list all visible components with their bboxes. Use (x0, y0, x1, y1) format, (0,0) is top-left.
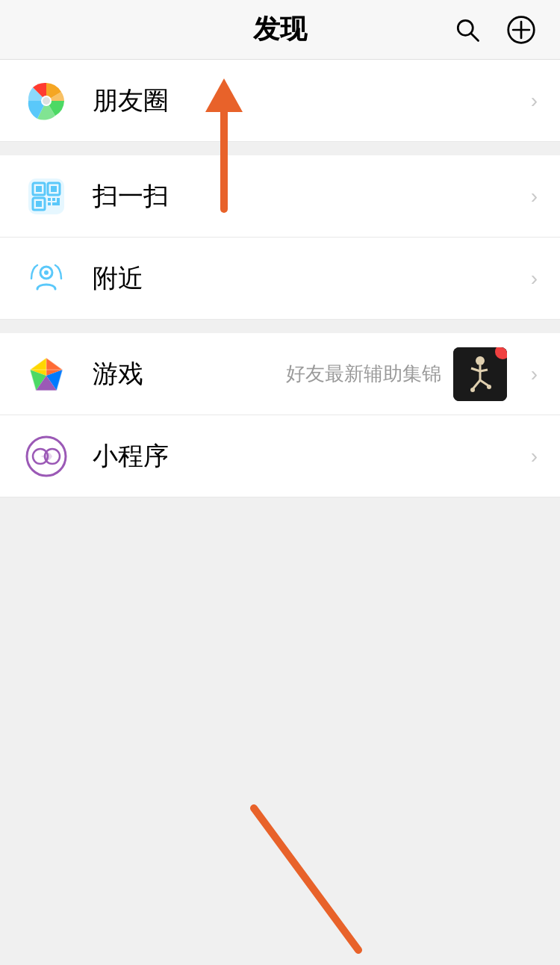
game-badge (495, 347, 507, 359)
mini-program-icon (22, 432, 70, 480)
miniprogram-right: › (519, 444, 538, 468)
nearby-chevron: › (531, 267, 538, 291)
svg-rect-15 (48, 198, 51, 201)
moments-item[interactable]: 朋友圈 › (0, 60, 560, 142)
game-thumbnail (453, 347, 507, 401)
game-icon (22, 350, 70, 398)
header: 发现 (0, 0, 560, 60)
nearby-item[interactable]: 附近 › (0, 238, 560, 320)
svg-point-32 (487, 385, 491, 389)
header-actions (451, 13, 538, 46)
add-button[interactable] (505, 13, 538, 46)
svg-line-1 (471, 33, 479, 40)
svg-rect-17 (48, 202, 51, 205)
game-subtitle: 好友最新辅助集锦 (286, 361, 441, 387)
moments-icon (22, 77, 70, 125)
svg-point-31 (470, 388, 475, 392)
scan-item[interactable]: 扫一扫 › (0, 155, 560, 238)
game-chevron: › (531, 362, 538, 386)
miniprogram-item[interactable]: 小程序 › (0, 415, 560, 497)
moments-label: 朋友圈 (93, 84, 519, 118)
svg-rect-16 (52, 198, 55, 201)
svg-rect-12 (36, 186, 42, 192)
nearby-right: › (519, 267, 538, 291)
separator-1 (0, 142, 560, 155)
separator-2 (0, 320, 560, 333)
svg-rect-18 (52, 202, 60, 205)
gray-background (0, 497, 560, 965)
svg-rect-19 (57, 198, 60, 202)
page-title: 发现 (253, 11, 307, 48)
moments-chevron: › (531, 89, 538, 113)
scan-right: › (519, 184, 538, 208)
game-right: 好友最新辅助集锦 › (286, 347, 538, 401)
menu-group-2: 扫一扫 › 附近 › (0, 155, 560, 320)
scan-label: 扫一扫 (93, 179, 519, 214)
scan-chevron: › (531, 184, 538, 208)
scan-icon (22, 173, 70, 220)
miniprogram-chevron: › (531, 444, 538, 468)
moments-right: › (519, 89, 538, 113)
svg-point-21 (44, 270, 49, 275)
nearby-icon (22, 255, 70, 302)
nearby-label: 附近 (93, 261, 519, 296)
svg-point-25 (476, 356, 485, 365)
svg-point-7 (43, 97, 50, 105)
search-button[interactable] (451, 13, 484, 46)
game-item[interactable]: 游戏 好友最新辅助集锦 › (0, 333, 560, 415)
svg-rect-14 (36, 201, 42, 207)
miniprogram-label: 小程序 (93, 439, 519, 474)
menu-group-3: 游戏 好友最新辅助集锦 › (0, 333, 560, 497)
svg-line-28 (480, 370, 488, 371)
svg-rect-13 (51, 186, 57, 192)
game-label: 游戏 (93, 357, 286, 391)
menu-group-1: 朋友圈 › (0, 60, 560, 142)
